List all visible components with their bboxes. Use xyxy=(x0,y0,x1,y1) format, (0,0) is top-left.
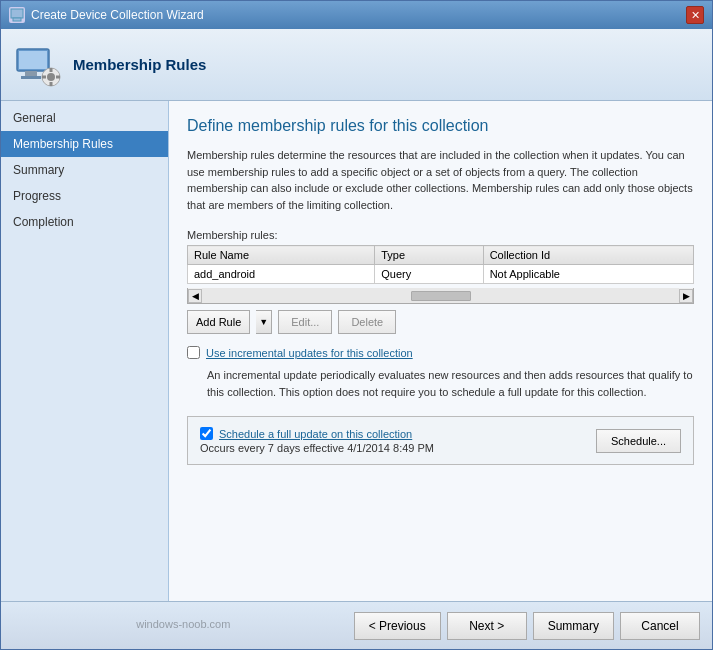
close-button[interactable]: ✕ xyxy=(686,6,704,24)
table-row[interactable]: add_android Query Not Applicable xyxy=(188,265,694,284)
membership-rules-label: Membership rules: xyxy=(187,229,694,241)
schedule-checkbox[interactable] xyxy=(200,427,213,440)
svg-rect-9 xyxy=(50,82,53,86)
cell-collection-id: Not Applicable xyxy=(483,265,693,284)
content-area: General Membership Rules Summary Progres… xyxy=(1,101,712,601)
sidebar-item-general[interactable]: General xyxy=(1,105,168,131)
add-rule-button[interactable]: Add Rule xyxy=(187,310,250,334)
edit-button[interactable]: Edit... xyxy=(278,310,332,334)
bottom-bar: windows-noob.com < Previous Next > Summa… xyxy=(1,601,712,649)
next-button[interactable]: Next > xyxy=(447,612,527,640)
schedule-section: Schedule a full update on this collectio… xyxy=(187,416,694,465)
scroll-track xyxy=(202,288,679,303)
cancel-button[interactable]: Cancel xyxy=(620,612,700,640)
horizontal-scrollbar[interactable]: ◀ ▶ xyxy=(187,288,694,304)
wizard-window: Create Device Collection Wizard ✕ Member… xyxy=(0,0,713,650)
svg-rect-8 xyxy=(50,68,53,72)
title-bar: Create Device Collection Wizard ✕ xyxy=(1,1,712,29)
incremental-checkbox-label[interactable]: Use incremental updates for this collect… xyxy=(206,347,413,359)
cell-rule-name: add_android xyxy=(188,265,375,284)
delete-button[interactable]: Delete xyxy=(338,310,396,334)
incremental-checkbox-row: Use incremental updates for this collect… xyxy=(187,346,694,359)
sidebar-item-progress[interactable]: Progress xyxy=(1,183,168,209)
title-bar-left: Create Device Collection Wizard xyxy=(9,7,204,23)
schedule-checkbox-label: Schedule a full update on this collectio… xyxy=(200,427,434,440)
header-bar: Membership Rules xyxy=(1,29,712,101)
schedule-left: Schedule a full update on this collectio… xyxy=(200,427,434,454)
add-rule-dropdown-btn[interactable]: ▼ xyxy=(256,310,272,334)
previous-button[interactable]: < Previous xyxy=(354,612,441,640)
incremental-description: An incremental update periodically evalu… xyxy=(207,367,694,400)
scroll-left-btn[interactable]: ◀ xyxy=(188,289,202,303)
main-panel: Define membership rules for this collect… xyxy=(169,101,712,601)
svg-rect-0 xyxy=(11,9,23,18)
schedule-occurs-text: Occurs every 7 days effective 4/1/2014 8… xyxy=(200,442,434,454)
rules-toolbar: Add Rule ▼ Edit... Delete xyxy=(187,310,694,334)
scroll-thumb xyxy=(411,291,471,301)
window-title: Create Device Collection Wizard xyxy=(31,8,204,22)
sidebar: General Membership Rules Summary Progres… xyxy=(1,101,169,601)
sidebar-item-summary[interactable]: Summary xyxy=(1,157,168,183)
header-title: Membership Rules xyxy=(73,56,206,73)
col-type: Type xyxy=(375,246,483,265)
col-collection-id: Collection Id xyxy=(483,246,693,265)
cell-type: Query xyxy=(375,265,483,284)
svg-rect-3 xyxy=(19,51,47,69)
svg-rect-1 xyxy=(13,18,21,21)
incremental-checkbox[interactable] xyxy=(187,346,200,359)
window-icon xyxy=(9,7,25,23)
svg-rect-11 xyxy=(56,75,60,78)
svg-rect-4 xyxy=(25,71,37,76)
section-title: Define membership rules for this collect… xyxy=(187,117,694,135)
rules-table: Rule Name Type Collection Id add_android… xyxy=(187,245,694,284)
sidebar-item-completion[interactable]: Completion xyxy=(1,209,168,235)
col-rule-name: Rule Name xyxy=(188,246,375,265)
schedule-button[interactable]: Schedule... xyxy=(596,429,681,453)
footer-buttons: < Previous Next > Summary Cancel xyxy=(354,612,700,640)
svg-point-7 xyxy=(47,73,55,81)
wizard-header-icon xyxy=(13,41,61,89)
summary-button[interactable]: Summary xyxy=(533,612,614,640)
sidebar-item-membership-rules[interactable]: Membership Rules xyxy=(1,131,168,157)
svg-rect-10 xyxy=(42,75,46,78)
svg-rect-5 xyxy=(21,76,41,79)
scroll-right-btn[interactable]: ▶ xyxy=(679,289,693,303)
watermark: windows-noob.com xyxy=(136,618,230,630)
description-text: Membership rules determine the resources… xyxy=(187,147,694,213)
